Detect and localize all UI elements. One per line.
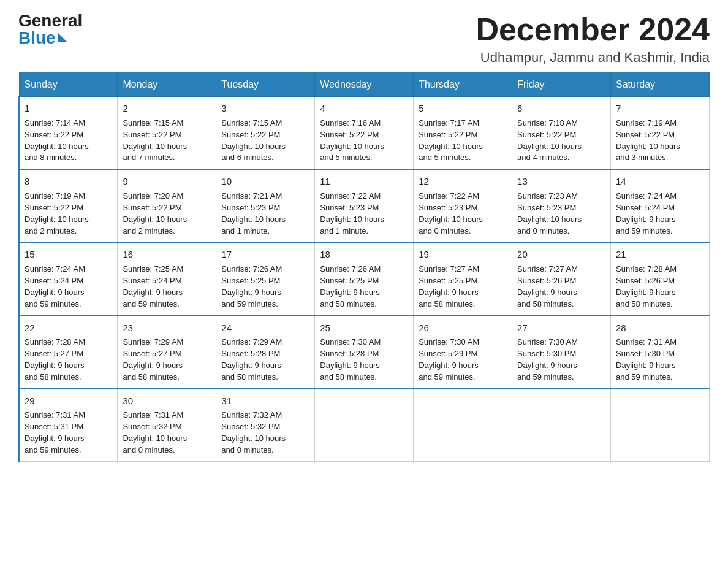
calendar-day-cell: 4Sunrise: 7:16 AM Sunset: 5:22 PM Daylig…	[315, 97, 414, 170]
day-number: 20	[517, 248, 605, 261]
day-number: 7	[616, 102, 704, 115]
day-info: Sunrise: 7:30 AM Sunset: 5:30 PM Dayligh…	[517, 337, 605, 383]
calendar-day-cell: 11Sunrise: 7:22 AM Sunset: 5:23 PM Dayli…	[315, 169, 414, 242]
day-info: Sunrise: 7:20 AM Sunset: 5:22 PM Dayligh…	[123, 191, 211, 237]
day-number: 5	[419, 102, 507, 115]
day-number: 22	[25, 321, 112, 335]
day-info: Sunrise: 7:32 AM Sunset: 5:32 PM Dayligh…	[221, 410, 309, 456]
calendar-day-cell	[611, 389, 710, 462]
calendar-day-cell: 19Sunrise: 7:27 AM Sunset: 5:25 PM Dayli…	[414, 242, 512, 315]
day-info: Sunrise: 7:21 AM Sunset: 5:23 PM Dayligh…	[221, 191, 309, 237]
day-info: Sunrise: 7:22 AM Sunset: 5:23 PM Dayligh…	[320, 191, 408, 237]
month-title: December 2024	[476, 12, 710, 47]
weekday-header-friday: Friday	[512, 72, 611, 97]
calendar-day-cell	[414, 389, 512, 462]
calendar-day-cell: 27Sunrise: 7:30 AM Sunset: 5:30 PM Dayli…	[512, 316, 611, 389]
day-number: 14	[616, 175, 704, 188]
calendar-day-cell: 7Sunrise: 7:19 AM Sunset: 5:22 PM Daylig…	[611, 97, 710, 170]
day-number: 16	[123, 248, 211, 261]
day-info: Sunrise: 7:24 AM Sunset: 5:24 PM Dayligh…	[616, 191, 704, 237]
calendar-day-cell: 31Sunrise: 7:32 AM Sunset: 5:32 PM Dayli…	[216, 389, 315, 462]
day-info: Sunrise: 7:28 AM Sunset: 5:26 PM Dayligh…	[616, 264, 704, 310]
calendar-day-cell: 5Sunrise: 7:17 AM Sunset: 5:22 PM Daylig…	[414, 97, 512, 170]
calendar-day-cell: 24Sunrise: 7:29 AM Sunset: 5:28 PM Dayli…	[216, 316, 315, 389]
calendar-day-cell: 6Sunrise: 7:18 AM Sunset: 5:22 PM Daylig…	[512, 97, 611, 170]
day-number: 9	[123, 175, 211, 188]
calendar-day-cell: 17Sunrise: 7:26 AM Sunset: 5:25 PM Dayli…	[216, 242, 315, 315]
day-info: Sunrise: 7:15 AM Sunset: 5:22 PM Dayligh…	[221, 118, 309, 164]
calendar-day-cell: 3Sunrise: 7:15 AM Sunset: 5:22 PM Daylig…	[216, 97, 315, 170]
day-info: Sunrise: 7:31 AM Sunset: 5:31 PM Dayligh…	[25, 410, 112, 456]
day-number: 28	[616, 321, 704, 335]
day-info: Sunrise: 7:24 AM Sunset: 5:24 PM Dayligh…	[25, 264, 112, 310]
calendar-day-cell	[512, 389, 611, 462]
day-info: Sunrise: 7:30 AM Sunset: 5:29 PM Dayligh…	[419, 337, 507, 383]
day-info: Sunrise: 7:31 AM Sunset: 5:32 PM Dayligh…	[123, 410, 211, 456]
day-number: 8	[25, 175, 112, 188]
calendar-day-cell: 28Sunrise: 7:31 AM Sunset: 5:30 PM Dayli…	[611, 316, 710, 389]
calendar-day-cell: 25Sunrise: 7:30 AM Sunset: 5:28 PM Dayli…	[315, 316, 414, 389]
day-info: Sunrise: 7:31 AM Sunset: 5:30 PM Dayligh…	[616, 337, 704, 383]
weekday-header-row: SundayMondayTuesdayWednesdayThursdayFrid…	[19, 72, 710, 97]
calendar-week-row: 8Sunrise: 7:19 AM Sunset: 5:22 PM Daylig…	[19, 169, 710, 242]
day-info: Sunrise: 7:18 AM Sunset: 5:22 PM Dayligh…	[517, 118, 605, 164]
calendar-week-row: 15Sunrise: 7:24 AM Sunset: 5:24 PM Dayli…	[19, 242, 710, 315]
calendar-day-cell: 9Sunrise: 7:20 AM Sunset: 5:22 PM Daylig…	[118, 169, 216, 242]
day-number: 4	[320, 102, 408, 115]
day-number: 17	[221, 248, 309, 261]
day-info: Sunrise: 7:22 AM Sunset: 5:23 PM Dayligh…	[419, 191, 507, 237]
title-area: December 2024 Udhampur, Jammu and Kashmi…	[476, 12, 710, 66]
day-number: 23	[123, 321, 211, 335]
day-number: 6	[517, 102, 605, 115]
calendar-day-cell: 15Sunrise: 7:24 AM Sunset: 5:24 PM Dayli…	[19, 242, 118, 315]
calendar-day-cell: 8Sunrise: 7:19 AM Sunset: 5:22 PM Daylig…	[19, 169, 118, 242]
calendar-day-cell: 29Sunrise: 7:31 AM Sunset: 5:31 PM Dayli…	[19, 389, 118, 462]
calendar-day-cell: 14Sunrise: 7:24 AM Sunset: 5:24 PM Dayli…	[611, 169, 710, 242]
day-number: 31	[221, 394, 309, 408]
calendar-day-cell: 23Sunrise: 7:29 AM Sunset: 5:27 PM Dayli…	[118, 316, 216, 389]
day-number: 1	[25, 102, 112, 115]
logo-general-text: General	[18, 12, 82, 29]
day-number: 19	[419, 248, 507, 261]
day-number: 30	[123, 394, 211, 408]
logo-triangle-icon	[58, 33, 67, 42]
day-number: 27	[517, 321, 605, 335]
day-info: Sunrise: 7:30 AM Sunset: 5:28 PM Dayligh…	[320, 337, 408, 383]
day-info: Sunrise: 7:28 AM Sunset: 5:27 PM Dayligh…	[25, 337, 112, 383]
weekday-header-saturday: Saturday	[611, 72, 710, 97]
calendar-week-row: 1Sunrise: 7:14 AM Sunset: 5:22 PM Daylig…	[19, 97, 710, 170]
weekday-header-thursday: Thursday	[414, 72, 512, 97]
day-info: Sunrise: 7:25 AM Sunset: 5:24 PM Dayligh…	[123, 264, 211, 310]
logo: General Blue	[18, 12, 82, 47]
calendar-day-cell: 20Sunrise: 7:27 AM Sunset: 5:26 PM Dayli…	[512, 242, 611, 315]
day-number: 10	[221, 175, 309, 188]
day-info: Sunrise: 7:19 AM Sunset: 5:22 PM Dayligh…	[616, 118, 704, 164]
day-number: 13	[517, 175, 605, 188]
day-info: Sunrise: 7:27 AM Sunset: 5:26 PM Dayligh…	[517, 264, 605, 310]
day-number: 21	[616, 248, 704, 261]
calendar-table: SundayMondayTuesdayWednesdayThursdayFrid…	[18, 72, 710, 462]
calendar-day-cell: 2Sunrise: 7:15 AM Sunset: 5:22 PM Daylig…	[118, 97, 216, 170]
day-info: Sunrise: 7:19 AM Sunset: 5:22 PM Dayligh…	[25, 191, 112, 237]
calendar-day-cell: 13Sunrise: 7:23 AM Sunset: 5:23 PM Dayli…	[512, 169, 611, 242]
weekday-header-wednesday: Wednesday	[315, 72, 414, 97]
calendar-day-cell: 21Sunrise: 7:28 AM Sunset: 5:26 PM Dayli…	[611, 242, 710, 315]
calendar-day-cell	[315, 389, 414, 462]
day-info: Sunrise: 7:29 AM Sunset: 5:27 PM Dayligh…	[123, 337, 211, 383]
logo-blue-text: Blue	[18, 29, 67, 47]
day-number: 15	[25, 248, 112, 261]
calendar-day-cell: 18Sunrise: 7:26 AM Sunset: 5:25 PM Dayli…	[315, 242, 414, 315]
day-info: Sunrise: 7:14 AM Sunset: 5:22 PM Dayligh…	[25, 118, 112, 164]
calendar-day-cell: 30Sunrise: 7:31 AM Sunset: 5:32 PM Dayli…	[118, 389, 216, 462]
day-number: 29	[25, 394, 112, 408]
weekday-header-tuesday: Tuesday	[216, 72, 315, 97]
day-number: 26	[419, 321, 507, 335]
weekday-header-monday: Monday	[118, 72, 216, 97]
day-info: Sunrise: 7:26 AM Sunset: 5:25 PM Dayligh…	[320, 264, 408, 310]
calendar-day-cell: 26Sunrise: 7:30 AM Sunset: 5:29 PM Dayli…	[414, 316, 512, 389]
calendar-week-row: 29Sunrise: 7:31 AM Sunset: 5:31 PM Dayli…	[19, 389, 710, 462]
calendar-day-cell: 10Sunrise: 7:21 AM Sunset: 5:23 PM Dayli…	[216, 169, 315, 242]
day-info: Sunrise: 7:17 AM Sunset: 5:22 PM Dayligh…	[419, 118, 507, 164]
day-number: 25	[320, 321, 408, 335]
day-number: 11	[320, 175, 408, 188]
